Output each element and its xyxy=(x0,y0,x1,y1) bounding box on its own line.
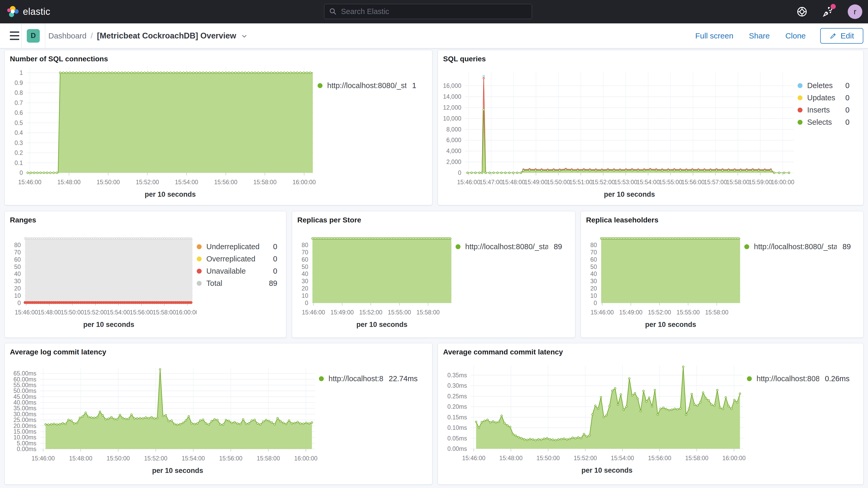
legend-item[interactable]: Updates0 xyxy=(798,94,849,102)
panel-title: Replicas per Store xyxy=(292,211,575,224)
svg-text:10,000: 10,000 xyxy=(443,115,461,122)
panel-p4: Replicas per Store8070605040302010015:46… xyxy=(292,211,576,338)
legend-item[interactable]: Deletes0 xyxy=(798,81,849,90)
svg-text:12,000: 12,000 xyxy=(443,104,461,111)
svg-text:20: 20 xyxy=(14,285,21,292)
legend-label: Unavailable xyxy=(206,267,268,275)
legend-swatch xyxy=(456,244,461,249)
legend-value: 1 xyxy=(412,81,416,90)
elastic-logo[interactable]: elastic xyxy=(7,5,51,18)
legend-item[interactable]: Unavailable0 xyxy=(197,267,277,275)
dashboard-badge[interactable]: D xyxy=(27,29,40,42)
legend-item[interactable]: Total89 xyxy=(197,279,277,288)
legend-item[interactable]: Selects0 xyxy=(798,118,849,126)
legend-item[interactable]: http://localhost:8080/_sta...89 xyxy=(744,242,851,251)
svg-text:4,000: 4,000 xyxy=(446,148,461,154)
clone-button[interactable]: Clone xyxy=(785,31,806,40)
chart-p5[interactable]: 8070605040302010015:46:0015:49:0015:52:0… xyxy=(582,224,744,333)
svg-text:16:00:00: 16:00:00 xyxy=(292,179,316,186)
edit-button[interactable]: Edit xyxy=(820,28,863,44)
legend-item[interactable]: http://localhost:8080/_sta...89 xyxy=(456,242,562,251)
svg-text:15:46:00: 15:46:00 xyxy=(462,455,486,461)
breadcrumb-dashboard-link[interactable]: Dashboard xyxy=(48,31,87,40)
svg-text:15:56:00: 15:56:00 xyxy=(648,455,671,461)
svg-text:0.10ms: 0.10ms xyxy=(447,424,467,431)
svg-text:16:00:00: 16:00:00 xyxy=(176,309,197,316)
svg-text:0: 0 xyxy=(20,170,23,176)
search-input[interactable] xyxy=(340,7,521,16)
legend-value: 0 xyxy=(845,94,849,102)
share-button[interactable]: Share xyxy=(749,31,770,40)
chart-p3[interactable]: 8070605040302010015:46:0015:48:0015:50:0… xyxy=(6,224,197,333)
svg-text:15:54:00: 15:54:00 xyxy=(107,309,130,316)
legend-item[interactable]: http://localhost:808...22.74ms xyxy=(319,374,417,383)
legend: Underreplicated0Overreplicated0Unavailab… xyxy=(197,224,282,333)
legend-label: http://localhost:8080/_stat... xyxy=(327,81,406,90)
legend-item[interactable]: Inserts0 xyxy=(798,106,849,114)
menu-icon[interactable] xyxy=(8,29,21,42)
legend-item[interactable]: http://localhost:8080...0.26ms xyxy=(747,374,849,383)
legend-value: 0 xyxy=(273,255,277,263)
svg-text:20: 20 xyxy=(302,285,308,292)
legend-item[interactable]: Overreplicated0 xyxy=(197,255,277,263)
svg-text:0.3: 0.3 xyxy=(14,140,23,146)
svg-text:15:55:00: 15:55:00 xyxy=(388,309,411,316)
breadcrumb-bar: D Dashboard / [Metricbeat CockroachDB] O… xyxy=(0,23,868,48)
svg-text:per 10 seconds: per 10 seconds xyxy=(645,321,696,329)
brand-text: elastic xyxy=(23,6,51,17)
svg-text:15:47:00: 15:47:00 xyxy=(479,179,503,186)
legend-label: Updates xyxy=(807,94,840,102)
legend-value: 89 xyxy=(842,242,851,251)
panel-title: Replica leaseholders xyxy=(581,211,863,224)
svg-text:0.2: 0.2 xyxy=(14,149,23,156)
svg-text:15:58:00: 15:58:00 xyxy=(253,179,277,186)
chart-p2[interactable]: 16,00014,00012,00010,0008,0006,0004,0002… xyxy=(439,63,798,198)
legend-value: 0 xyxy=(273,267,277,275)
chart-p4[interactable]: 8070605040302010015:46:0015:49:0015:52:0… xyxy=(293,224,456,333)
svg-text:15:54:00: 15:54:00 xyxy=(637,179,660,186)
svg-text:15:54:00: 15:54:00 xyxy=(182,455,205,462)
svg-text:15:49:00: 15:49:00 xyxy=(619,309,643,316)
svg-text:40: 40 xyxy=(14,271,21,277)
help-icon[interactable] xyxy=(796,5,808,18)
chevron-down-icon[interactable] xyxy=(240,32,248,40)
svg-text:80: 80 xyxy=(14,242,21,248)
svg-text:15:50:00: 15:50:00 xyxy=(536,455,560,461)
avatar[interactable]: r xyxy=(848,4,862,19)
panel-p1: Number of SQL connections10.90.80.70.60.… xyxy=(4,50,432,205)
chart-p6[interactable]: 65.00ms60.00ms55.00ms50.00ms45.00ms40.00… xyxy=(6,356,319,482)
svg-text:15:46:00: 15:46:00 xyxy=(31,455,55,462)
legend-item[interactable]: Underreplicated0 xyxy=(197,242,277,251)
svg-text:40: 40 xyxy=(302,271,308,277)
svg-text:per 10 seconds: per 10 seconds xyxy=(152,467,203,475)
svg-text:14,000: 14,000 xyxy=(443,93,461,100)
svg-text:60: 60 xyxy=(590,256,597,263)
legend-swatch xyxy=(197,281,202,286)
legend-swatch xyxy=(317,83,322,88)
chart-p7[interactable]: 0.35ms0.30ms0.25ms0.20ms0.15ms0.10ms0.05… xyxy=(439,356,747,482)
legend-swatch xyxy=(319,376,324,381)
top-nav: elastic xyxy=(0,0,868,23)
legend: http://localhost:808...22.74ms xyxy=(319,356,423,482)
svg-text:2,000: 2,000 xyxy=(446,158,461,165)
svg-text:0.00ms: 0.00ms xyxy=(17,446,36,452)
full-screen-button[interactable]: Full screen xyxy=(695,31,733,40)
legend: http://localhost:8080/_stat...1 xyxy=(317,63,422,198)
svg-text:15:58:00: 15:58:00 xyxy=(705,309,728,316)
legend-label: Underreplicated xyxy=(206,242,268,251)
svg-text:15:54:00: 15:54:00 xyxy=(611,455,634,461)
svg-text:15:48:00: 15:48:00 xyxy=(69,455,93,462)
svg-text:15:58:00: 15:58:00 xyxy=(416,309,440,316)
panel-title: Ranges xyxy=(5,211,286,224)
newsfeed-icon[interactable] xyxy=(822,5,834,18)
svg-text:0.7: 0.7 xyxy=(14,99,23,106)
legend-item[interactable]: http://localhost:8080/_stat...1 xyxy=(317,81,416,90)
svg-text:50: 50 xyxy=(590,264,597,270)
chart-p1[interactable]: 10.90.80.70.60.50.40.30.20.1015:46:0015:… xyxy=(6,63,317,198)
legend-value: 0 xyxy=(845,106,849,114)
svg-text:16:00:00: 16:00:00 xyxy=(294,455,317,462)
svg-text:15:55:00: 15:55:00 xyxy=(677,309,700,316)
global-search[interactable] xyxy=(324,4,532,19)
search-icon xyxy=(329,7,337,15)
svg-text:15:48:00: 15:48:00 xyxy=(57,179,81,186)
